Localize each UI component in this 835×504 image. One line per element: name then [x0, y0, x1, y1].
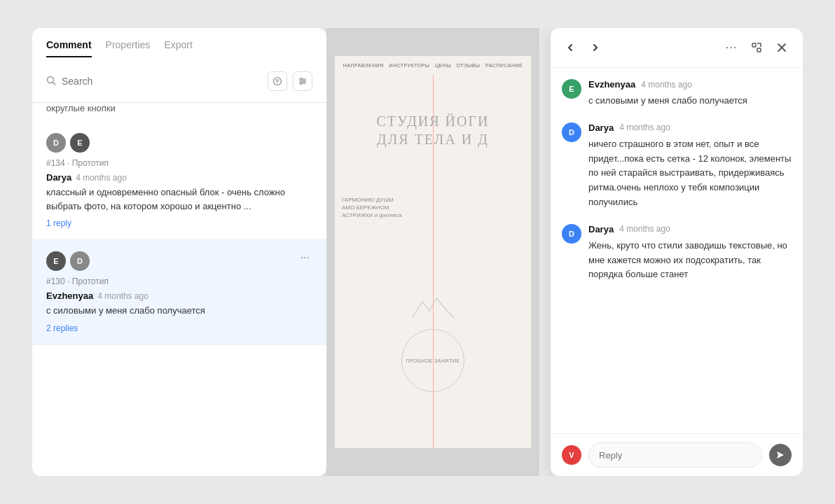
- thread-time-2: 4 months ago: [619, 122, 670, 132]
- reply-input[interactable]: [588, 442, 762, 468]
- comment-author-2: Evzhenyaa: [46, 290, 93, 301]
- comment-text-2: с силовыми у меня слабо получается: [46, 304, 312, 318]
- filter-sort-icon[interactable]: [268, 71, 287, 91]
- design-nav-item-4: ОТЗЫВЫ: [457, 63, 481, 68]
- thread-message-content: Evzhenyaa 4 months ago с силовыми у меня…: [588, 79, 792, 108]
- comment-tabs: Comment Properties Export: [46, 39, 312, 57]
- thread-time: 4 months ago: [641, 80, 692, 90]
- avatar-d: D: [46, 133, 66, 153]
- comment-item[interactable]: D E #134 · Прототип Darya 4 months ago к…: [32, 122, 326, 240]
- filter-icons: [268, 71, 312, 91]
- thread-author-3: Darya: [588, 224, 614, 234]
- avatar-d-2: D: [70, 251, 90, 271]
- comment-panel: Comment Properties Export: [32, 28, 326, 476]
- comment-item-header-2: E D: [46, 251, 90, 271]
- design-title-line2: ДЛЯ ТЕЛА И Д: [342, 130, 524, 148]
- thread-focus-button[interactable]: [747, 38, 766, 57]
- comment-text: классный и одновременно опасный блок - о…: [46, 186, 312, 213]
- design-circle: ПРОБНОЕ ЗАНЯТИЕ: [401, 329, 464, 392]
- reply-avatar: V: [562, 445, 581, 465]
- comment-replies-2[interactable]: 2 replies: [46, 323, 312, 333]
- design-frame: НАПРАВЛЕНИЯ ИНСТРУКТОРЫ ЦЕНЫ ОТЗЫВЫ РАСП…: [335, 56, 531, 448]
- comment-time-2: 4 months ago: [97, 291, 149, 301]
- send-button[interactable]: [769, 444, 792, 466]
- thread-panel: ···: [551, 28, 803, 476]
- nav-next-button[interactable]: [587, 39, 604, 56]
- thread-actions: ···: [722, 38, 792, 57]
- overflow-comment-text: округлые кнопки: [32, 103, 326, 119]
- thread-text-2: ничего страшного в этом нет, опыт и все …: [588, 137, 792, 210]
- design-nav-item: НАПРАВЛЕНИЯ: [343, 63, 384, 68]
- thread-author: Evzhenyaa: [588, 79, 635, 90]
- filter-adjust-icon[interactable]: [293, 71, 312, 91]
- avatar-e: E: [70, 133, 90, 153]
- thread-more-button[interactable]: ···: [722, 38, 741, 57]
- comment-item-top: E D ···: [46, 251, 312, 276]
- thread-close-button[interactable]: [772, 38, 792, 57]
- comment-replies[interactable]: 1 reply: [46, 218, 312, 228]
- thread-message-content-3: Darya 4 months ago Жень, круто что стили…: [588, 224, 792, 282]
- thread-message-3: D Darya 4 months ago Жень, круто что сти…: [562, 224, 792, 282]
- thread-message-header-2: Darya 4 months ago: [588, 122, 792, 133]
- svg-rect-12: [752, 43, 756, 47]
- thread-message: E Evzhenyaa 4 months ago с силовыми у ме…: [562, 79, 792, 108]
- comment-time: 4 months ago: [76, 173, 127, 183]
- search-icon: [46, 76, 56, 88]
- main-container: Comment Properties Export: [32, 28, 803, 476]
- design-mountains: [412, 291, 454, 322]
- thread-message-2: D Darya 4 months ago ничего страшного в …: [562, 122, 792, 210]
- thread-author-2: Darya: [588, 122, 614, 133]
- thread-avatar-d-2: D: [562, 224, 581, 244]
- thread-messages: E Evzhenyaa 4 months ago с силовыми у ме…: [551, 68, 803, 433]
- comment-panel-header: Comment Properties Export: [32, 28, 326, 103]
- design-nav: НАПРАВЛЕНИЯ ИНСТРУКТОРЫ ЦЕНЫ ОТЗЫВЫ РАСП…: [335, 56, 531, 75]
- thread-nav: [562, 39, 604, 56]
- thread-message-header-3: Darya 4 months ago: [588, 224, 792, 234]
- design-nav-item-3: ЦЕНЫ: [435, 63, 451, 68]
- search-input[interactable]: [62, 76, 262, 87]
- avatar-e-2: E: [46, 251, 66, 271]
- comment-item-active[interactable]: E D ··· #130 · Прототип Evzhenyaa 4 mont…: [32, 240, 326, 345]
- tab-properties[interactable]: Properties: [106, 39, 151, 57]
- thread-text-3: Жень, круто что стили заводишь текстовые…: [588, 239, 792, 282]
- thread-header: ···: [551, 28, 803, 68]
- svg-point-9: [301, 78, 303, 80]
- design-nav-item-2: ИНСТРУКТОРЫ: [389, 63, 429, 68]
- design-subtitle: ГАРМОНИЮ ДУШМАМО БЕРЕЖНОМАСТРИЖКИ и фитн…: [342, 196, 401, 220]
- more-options-button[interactable]: ···: [298, 251, 312, 264]
- comment-meta: #134 · Прототип: [46, 158, 312, 168]
- svg-line-1: [53, 82, 56, 85]
- nav-prev-button[interactable]: [562, 39, 579, 56]
- thread-message-content-2: Darya 4 months ago ничего страшного в эт…: [588, 122, 792, 210]
- design-title-area: СТУДИЯ ЙОГИ ДЛЯ ТЕЛА И Д: [335, 112, 531, 148]
- search-bar: [46, 66, 312, 97]
- comment-list: округлые кнопки D E #134 · Прототип Dary…: [32, 103, 326, 476]
- thread-message-header: Evzhenyaa 4 months ago: [588, 79, 792, 90]
- thread-avatar-e: E: [562, 79, 581, 99]
- thread-text: с силовыми у меня слабо получается: [588, 94, 792, 108]
- svg-point-11: [301, 83, 303, 85]
- thread-reply-bar: V: [551, 433, 803, 476]
- svg-rect-13: [757, 48, 761, 52]
- design-nav-item-5: РАСПИСАНИЕ: [485, 63, 523, 68]
- tab-export[interactable]: Export: [164, 39, 192, 57]
- comment-author: Darya: [46, 172, 71, 183]
- comment-item-header: D E: [46, 133, 312, 153]
- tab-comment[interactable]: Comment: [46, 39, 92, 57]
- comment-meta-2: #130 · Прототип: [46, 276, 312, 286]
- design-title-line1: СТУДИЯ ЙОГИ: [342, 112, 524, 130]
- design-circle-text: ПРОБНОЕ ЗАНЯТИЕ: [406, 358, 460, 363]
- svg-point-10: [303, 80, 305, 83]
- thread-avatar-d: D: [562, 122, 581, 142]
- canvas-area: E D НАПРАВЛЕНИЯ ИНСТРУКТОРЫ ЦЕНЫ ОТЗЫВЫ …: [326, 28, 539, 476]
- thread-time-3: 4 months ago: [619, 224, 670, 234]
